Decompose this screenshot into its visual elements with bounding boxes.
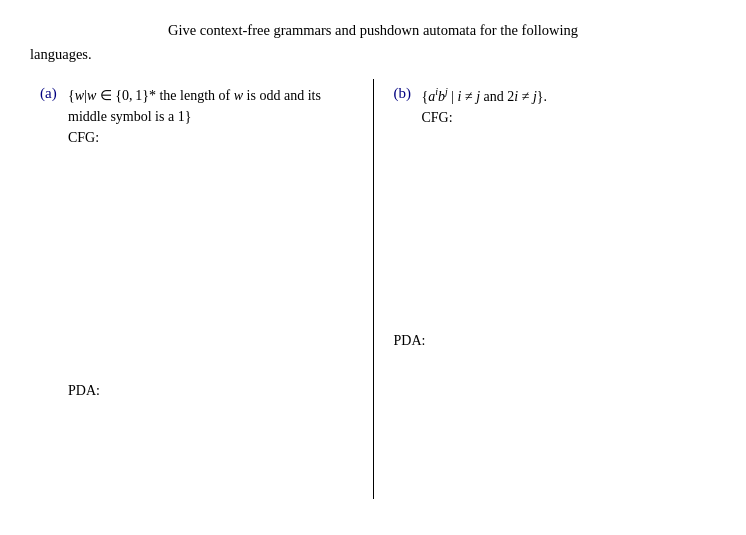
math-w2: w [87, 88, 96, 103]
math-b: b [438, 89, 445, 104]
math-i3: i [514, 89, 518, 104]
math-j: j [445, 87, 448, 98]
problem-a-label: (a) [40, 85, 68, 102]
problem-b-label: (b) [394, 85, 422, 102]
header-text-languages: languages. [30, 46, 92, 62]
problem-b-text: {aibj | i ≠ j and 2i ≠ j}. [422, 89, 548, 104]
header-line2: languages. [30, 46, 716, 63]
problem-a-cfg: CFG: [68, 130, 363, 146]
problem-b-pda: PDA: [394, 333, 426, 349]
column-left: (a) {w|w ∈ {0, 1}* the length of w is od… [30, 79, 374, 499]
math-w: w [75, 88, 84, 103]
math-j2: j [476, 89, 480, 104]
math-w3: w [234, 88, 243, 103]
problem-a-header: (a) {w|w ∈ {0, 1}* the length of w is od… [40, 85, 363, 128]
problem-b-content: {aibj | i ≠ j and 2i ≠ j}. [422, 85, 717, 108]
two-column-layout: (a) {w|w ∈ {0, 1}* the length of w is od… [30, 79, 716, 499]
problem-a-pda: PDA: [68, 383, 100, 399]
problem-a-text: {w|w ∈ {0, 1}* the length of w is odd an… [68, 88, 321, 125]
header-line1: Give context-free grammars and pushdown … [30, 20, 716, 42]
problem-b-header: (b) {aibj | i ≠ j and 2i ≠ j}. [394, 85, 717, 108]
header-text-main: Give context-free grammars and pushdown … [168, 22, 578, 38]
math-j3: j [533, 89, 537, 104]
math-i2: i [458, 89, 462, 104]
problem-a-content: {w|w ∈ {0, 1}* the length of w is odd an… [68, 85, 363, 128]
problem-b-cfg: CFG: [422, 110, 717, 126]
column-right: (b) {aibj | i ≠ j and 2i ≠ j}. CFG: PDA: [374, 79, 717, 499]
